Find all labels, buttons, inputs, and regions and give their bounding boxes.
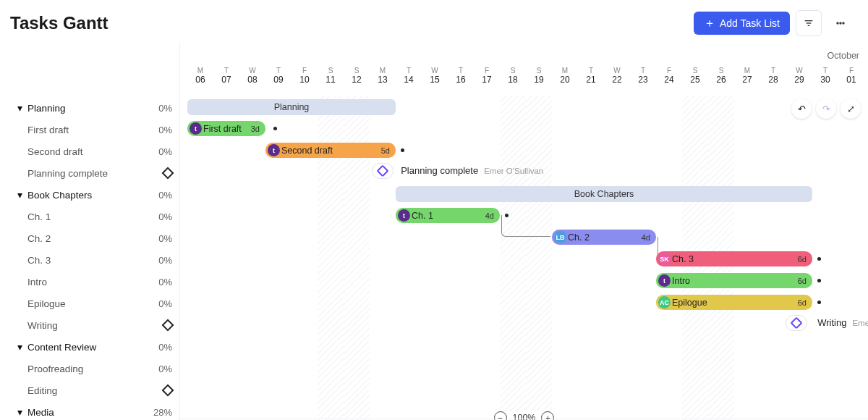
group-row[interactable]: ▾Book Chapters0% bbox=[0, 184, 179, 206]
day-column[interactable]: M20 bbox=[552, 67, 578, 85]
day-of-week: S bbox=[526, 67, 552, 75]
task-bar[interactable]: tFirst draft3d bbox=[187, 121, 265, 136]
day-column[interactable]: T30 bbox=[812, 67, 838, 85]
day-column[interactable]: S12 bbox=[344, 67, 370, 85]
row-label: Planning bbox=[27, 103, 66, 114]
day-column[interactable]: M27 bbox=[734, 67, 760, 85]
day-column[interactable]: W08 bbox=[239, 67, 265, 85]
day-column[interactable]: S26 bbox=[708, 67, 734, 85]
milestone-assignee: Emer O'Sullivan bbox=[484, 167, 543, 175]
redo-button[interactable]: ↷ bbox=[816, 98, 836, 119]
day-number: 09 bbox=[265, 75, 292, 85]
task-bar[interactable]: tIntro6d bbox=[656, 273, 812, 288]
dependency-dot bbox=[817, 301, 821, 304]
undo-button[interactable]: ↶ bbox=[791, 98, 812, 119]
row-label: Intro bbox=[27, 277, 47, 287]
day-column[interactable]: T23 bbox=[630, 67, 656, 85]
day-column[interactable]: T14 bbox=[396, 67, 422, 85]
day-number: 07 bbox=[213, 75, 239, 85]
day-column[interactable]: T21 bbox=[578, 67, 604, 85]
add-task-list-button[interactable]: ＋ Add Task List bbox=[694, 12, 790, 35]
day-column[interactable]: W15 bbox=[422, 67, 448, 85]
day-number: 06 bbox=[187, 75, 213, 85]
day-number: 26 bbox=[708, 75, 734, 85]
day-column[interactable]: S18 bbox=[500, 67, 526, 85]
task-row[interactable]: Ch. 20% bbox=[0, 227, 179, 249]
task-bar[interactable]: SKCh. 36d bbox=[656, 251, 812, 266]
task-row[interactable]: Ch. 30% bbox=[0, 249, 179, 271]
avatar: t bbox=[398, 209, 410, 222]
chart-row: tIntro6d bbox=[180, 269, 868, 291]
task-bar[interactable]: ACEpilogue6d bbox=[656, 295, 812, 310]
day-of-week: W bbox=[422, 67, 448, 75]
day-column[interactable]: T28 bbox=[760, 67, 786, 85]
group-bar[interactable]: Book Chapters bbox=[396, 186, 812, 202]
day-column[interactable]: T16 bbox=[448, 67, 474, 85]
task-bar[interactable]: LBCh. 24d bbox=[552, 230, 656, 245]
row-label: Second draft bbox=[27, 146, 83, 157]
task-bar-label: Ch. 1 bbox=[412, 211, 433, 221]
task-row[interactable]: Epilogue0% bbox=[0, 293, 179, 314]
milestone-badge[interactable] bbox=[372, 163, 393, 179]
row-label: Book Chapters bbox=[27, 190, 92, 201]
task-row[interactable]: Ch. 10% bbox=[0, 206, 179, 227]
avatar: t bbox=[658, 274, 671, 287]
milestone-label: Writing bbox=[817, 317, 846, 328]
day-column[interactable]: T09 bbox=[265, 67, 292, 85]
fullscreen-button[interactable]: ⤢ bbox=[841, 98, 861, 119]
day-of-week: F bbox=[292, 67, 318, 75]
chart-row bbox=[180, 378, 868, 400]
filter-button[interactable] bbox=[796, 10, 822, 36]
task-row[interactable]: Intro0% bbox=[0, 271, 179, 293]
dependency-dot bbox=[817, 279, 821, 282]
group-row[interactable]: ▾Media28% bbox=[0, 401, 179, 420]
group-bar[interactable]: Planning bbox=[187, 99, 396, 115]
task-duration: 4d bbox=[642, 233, 650, 242]
day-column[interactable]: W29 bbox=[786, 67, 812, 85]
avatar: t bbox=[190, 122, 202, 135]
row-label: Ch. 3 bbox=[27, 255, 51, 266]
day-column[interactable]: F10 bbox=[292, 67, 318, 85]
chart-row bbox=[180, 335, 868, 356]
task-row[interactable]: Editing bbox=[0, 379, 179, 401]
day-of-week: T bbox=[396, 67, 422, 75]
day-number: 15 bbox=[422, 75, 448, 85]
row-percent: 0% bbox=[158, 103, 172, 114]
group-row[interactable]: ▾Planning0% bbox=[0, 97, 179, 119]
day-column[interactable]: S11 bbox=[318, 67, 344, 85]
chevron-down-icon: ▾ bbox=[14, 342, 25, 352]
task-bar[interactable]: tCh. 14d bbox=[396, 208, 500, 223]
task-bar[interactable]: tSecond draft5d bbox=[265, 143, 396, 158]
day-number: 17 bbox=[474, 75, 500, 85]
task-row[interactable]: Second draft0% bbox=[0, 140, 179, 162]
diamond-icon bbox=[791, 317, 803, 329]
row-percent: 28% bbox=[153, 407, 172, 418]
task-row[interactable]: Writing bbox=[0, 314, 179, 336]
row-percent: 0% bbox=[158, 146, 172, 157]
task-row[interactable]: Proofreading0% bbox=[0, 358, 179, 379]
day-column[interactable]: M06 bbox=[187, 67, 213, 85]
plus-icon: ＋ bbox=[704, 17, 715, 29]
day-column[interactable]: S19 bbox=[526, 67, 552, 85]
day-column[interactable]: T07 bbox=[213, 67, 239, 85]
day-number: 21 bbox=[578, 75, 604, 85]
task-row[interactable]: First draft0% bbox=[0, 119, 179, 140]
month-label: October bbox=[827, 51, 859, 61]
day-of-week: S bbox=[708, 67, 734, 75]
task-row[interactable]: Planning complete bbox=[0, 162, 179, 184]
row-label: Editing bbox=[27, 385, 57, 396]
task-list-sidebar: ▾Planning0%First draft0%Second draft0%Pl… bbox=[0, 43, 179, 420]
day-column[interactable]: W22 bbox=[604, 67, 630, 85]
task-bar-label: Second draft bbox=[281, 146, 333, 156]
day-column[interactable]: F01 bbox=[838, 67, 864, 85]
day-column[interactable]: F17 bbox=[474, 67, 500, 85]
more-button[interactable] bbox=[827, 10, 854, 36]
day-column[interactable]: S25 bbox=[682, 67, 708, 85]
group-row[interactable]: ▾Content Review0% bbox=[0, 336, 179, 358]
milestone-badge[interactable] bbox=[786, 315, 807, 331]
day-column[interactable]: F24 bbox=[656, 67, 682, 85]
gantt-chart[interactable]: October M06T07W08T09F10S11S12M13T14W15T1… bbox=[179, 43, 868, 420]
task-bar-label: Ch. 2 bbox=[568, 232, 590, 243]
task-duration: 4d bbox=[485, 211, 494, 220]
day-column[interactable]: M13 bbox=[370, 67, 396, 85]
